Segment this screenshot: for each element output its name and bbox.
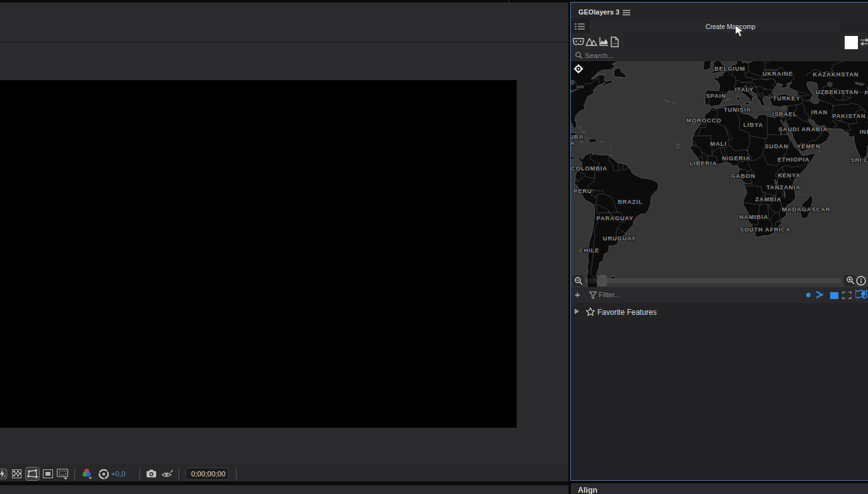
svg-text:ISRAEL: ISRAEL <box>772 111 797 117</box>
svg-text:COLOMBIA: COLOMBIA <box>571 165 607 172</box>
svg-text:SUDAN: SUDAN <box>765 143 789 150</box>
svg-text:UKRAINE: UKRAINE <box>763 71 794 77</box>
svg-text:CHILE: CHILE <box>579 247 599 254</box>
svg-text:SRI LA: SRI LA <box>850 157 868 163</box>
svg-text:NIGERIA: NIGERIA <box>722 155 750 162</box>
svg-text:PARAGUAY: PARAGUAY <box>597 215 634 221</box>
svg-text:UZBEKISTAN: UZBEKISTAN <box>816 89 859 95</box>
svg-text:NAMIBIA: NAMIBIA <box>739 214 768 220</box>
svg-text:LIBERIA: LIBERIA <box>689 160 717 167</box>
svg-text:BELGIUM: BELGIUM <box>714 66 745 72</box>
svg-text:URUGUAY: URUGUAY <box>603 235 636 242</box>
svg-text:ETHIOPIA: ETHIOPIA <box>777 156 809 163</box>
svg-text:BRAZIL: BRAZIL <box>618 199 642 205</box>
svg-text:GABON: GABON <box>730 173 755 179</box>
svg-text:TURKEY: TURKEY <box>773 95 801 102</box>
svg-text:IRAN: IRAN <box>811 109 828 115</box>
svg-text:KAZAKHSTAN: KAZAKHSTAN <box>813 71 859 78</box>
svg-text:ITALY: ITALY <box>735 86 754 93</box>
svg-text:MOROCCO: MOROCCO <box>686 117 722 124</box>
svg-text:A: A <box>571 140 575 146</box>
svg-text:TUNISIA: TUNISIA <box>724 107 751 113</box>
svg-text:PERU: PERU <box>573 188 592 194</box>
svg-text:PAKISTAN: PAKISTAN <box>832 113 865 119</box>
svg-text:LIBYA: LIBYA <box>743 122 763 128</box>
svg-text:CUBA: CUBA <box>571 134 584 140</box>
svg-text:<>: <> <box>613 42 618 45</box>
svg-text:SAUDI ARABIA: SAUDI ARABIA <box>778 126 828 132</box>
svg-text:MADAGASCAR: MADAGASCAR <box>782 206 830 213</box>
svg-text:TANZANIA: TANZANIA <box>766 184 801 191</box>
svg-text:YEMEN: YEMEN <box>797 143 821 150</box>
svg-text:SOUTH AFRICA: SOUTH AFRICA <box>740 226 791 233</box>
svg-text:KENYA: KENYA <box>778 172 801 179</box>
svg-text:IND: IND <box>860 129 868 135</box>
svg-text:P: P <box>864 90 868 96</box>
svg-text:SPAIN: SPAIN <box>706 93 726 99</box>
svg-text:MALI: MALI <box>710 141 727 147</box>
svg-text:ZAMBIA: ZAMBIA <box>755 196 782 203</box>
